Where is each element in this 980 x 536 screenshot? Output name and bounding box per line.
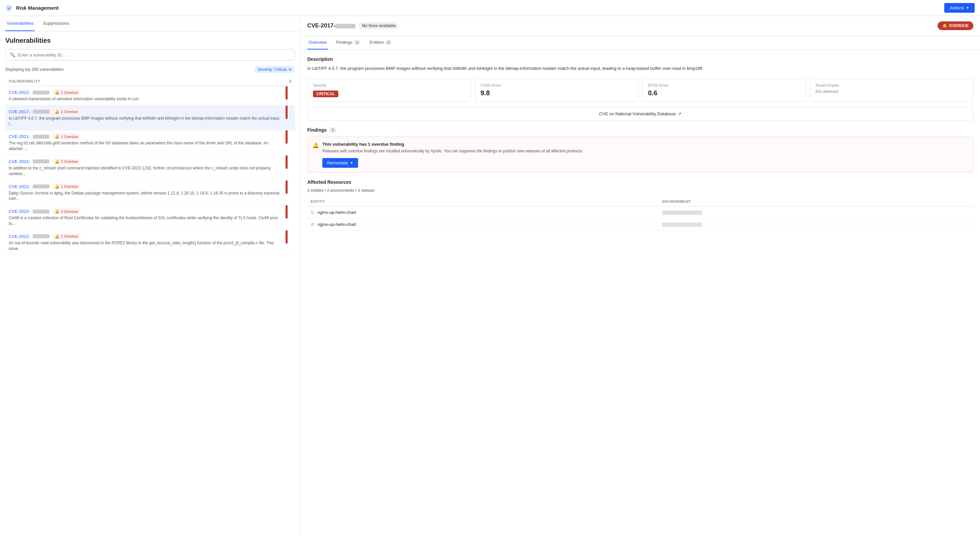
- entity-table: ENTITY ENVIRONMENT ⊙ nginx-up-helm-chart…: [307, 197, 973, 231]
- vuln-id: CVE-2023-: [9, 209, 30, 214]
- severity-bar: [286, 155, 288, 169]
- overdue-icon: 🔔: [55, 134, 59, 139]
- vuln-table: VULNERABILITY S CVE-2022- 🔔 1 Overdue A …: [5, 77, 295, 255]
- search-bar: 🔍: [5, 49, 295, 61]
- shield-icon: [5, 4, 13, 12]
- cve-id-blurred: [335, 24, 355, 29]
- overdue-icon: 🔔: [55, 110, 59, 114]
- critical-badge: CRITICAL: [313, 91, 338, 97]
- page-title: Vulnerabilities: [5, 37, 295, 45]
- no-fix-badge: No fixes available: [359, 22, 399, 29]
- search-input[interactable]: [18, 53, 291, 57]
- table-row[interactable]: CVE-2021- 🔔 1 Overdue The org.h2.util.Jd…: [5, 130, 295, 155]
- remediate-button[interactable]: Remediate ▼: [322, 158, 358, 168]
- table-row[interactable]: CVE-2017- 🔔 2 Overdue In LibTIFF 4.0.7, …: [5, 105, 295, 130]
- affected-title: Affected Resources: [307, 179, 973, 185]
- vuln-id: CVE-2021-: [9, 134, 30, 139]
- findings-badge: 1: [354, 40, 360, 45]
- findings-header: Findings 1: [307, 127, 973, 132]
- severity-bar: [286, 130, 288, 144]
- tab-vulnerabilities[interactable]: Vulnerabilities: [5, 16, 35, 31]
- overdue-text: 2 Overdue: [61, 110, 78, 113]
- overdue-badge: 🔔 2 Overdue: [52, 109, 81, 115]
- overdue-badge: 🔔 1 Overdue: [52, 184, 81, 190]
- vuln-id: CVE-2017-: [9, 109, 30, 114]
- severity-bar: [286, 105, 288, 119]
- overdue-badge: 🔔 1 Overdue: [52, 234, 81, 239]
- vuln-desc: An out-of-bounds read vulnerability was …: [9, 240, 282, 252]
- filter-badge[interactable]: Severity: Critical, H: [254, 66, 295, 73]
- score-cards: Severity CRITICAL CVSS Score 9.8 EPSS Sc…: [307, 79, 973, 102]
- severity-bar: [286, 180, 288, 194]
- table-row[interactable]: CVE-2022- 🔔 1 Overdue In addition to the…: [5, 155, 295, 180]
- app-title: Risk Management: [16, 5, 59, 11]
- tab-entities[interactable]: Entities 2: [368, 36, 393, 49]
- remediate-label: Remediate: [327, 160, 348, 166]
- remediate-caret: ▼: [350, 161, 353, 165]
- environment-value: [662, 223, 702, 227]
- findings-alert-desc: Releases with overdue findings are recal…: [322, 148, 583, 154]
- epss-value: 0.6: [648, 89, 800, 97]
- actions-button[interactable]: Actions ▼: [944, 3, 975, 13]
- overdue-icon: 🔔: [55, 209, 59, 214]
- overdue-badge: 🔔 3 Overdue: [52, 209, 81, 214]
- col-severity: S: [286, 77, 295, 86]
- list-count: Displaying top 200 vulnerabilities: [5, 67, 64, 72]
- description-text: In LibTIFF 4.0.7, the program processes …: [307, 65, 973, 72]
- actions-label: Actions: [950, 5, 964, 10]
- entity-name: nginx-up-helm-chart: [318, 222, 356, 227]
- overdue-text: 1 Overdue: [61, 135, 78, 139]
- left-tabs: Vulnerabilities Suppressions: [0, 16, 300, 32]
- findings-alert-body: This vulnerability has 1 overdue finding…: [322, 142, 583, 168]
- affected-meta: 2 entities • 2 environments • 1 release: [307, 188, 973, 193]
- nav-left: Risk Management: [5, 4, 59, 12]
- nvd-link[interactable]: CVE on National Vulnerability Database ↗: [307, 107, 973, 121]
- overdue-button[interactable]: 🔔 OVERDUE: [937, 21, 973, 30]
- col-vulnerability: VULNERABILITY: [5, 77, 286, 86]
- cve-title: CVE-2017- No fixes available: [307, 22, 399, 29]
- entity-name: nginx-up-helm-chart: [318, 210, 356, 215]
- table-row[interactable]: CVE-2023- 🔔 3 Overdue Certifi is a curat…: [5, 205, 295, 230]
- epss-card: EPSS Score 0.6: [642, 79, 806, 102]
- overdue-label: OVERDUE: [949, 23, 969, 28]
- entity-icon: ⊙: [311, 222, 314, 227]
- severity-bar: [286, 205, 288, 219]
- nvd-link-label: CVE on National Vulnerability Database: [599, 111, 676, 116]
- description-title: Description: [307, 56, 973, 62]
- col-entity: ENTITY: [307, 197, 659, 206]
- table-row[interactable]: CVE-2022- 🔔 1 Overdue Dpkg::Source::Arch…: [5, 180, 295, 205]
- main-layout: Vulnerabilities Suppressions Vulnerabili…: [0, 16, 980, 536]
- left-panel: Vulnerabilities Suppressions Vulnerabili…: [0, 16, 301, 536]
- findings-alert-title: This vulnerability has 1 overdue finding: [322, 142, 583, 147]
- vuln-id: CVE-2022-: [9, 234, 30, 239]
- severity-bar: [286, 230, 288, 244]
- col-environment: ENVIRONMENT: [659, 197, 973, 206]
- right-tabs: Overview Findings 1 Entities 2: [301, 36, 980, 50]
- vuln-id: CVE-2022-: [9, 184, 30, 189]
- vuln-desc: The org.h2.util.JdbcUtils.getConnection …: [9, 140, 282, 152]
- overdue-icon: 🔔: [55, 234, 59, 239]
- tab-overview[interactable]: Overview: [307, 36, 328, 49]
- overdue-text: 1 Overdue: [61, 160, 78, 163]
- cvss-card: CVSS Score 9.8: [475, 79, 639, 102]
- entity-icon: ⊙: [311, 210, 314, 215]
- tab-suppressions[interactable]: Suppressions: [41, 16, 70, 31]
- cve-id: CVE-2017-: [307, 22, 355, 29]
- overdue-badge: 🔔 1 Overdue: [52, 89, 81, 95]
- entity-row: ⊙ nginx-up-helm-chart: [307, 206, 973, 218]
- findings-title: Findings: [307, 127, 327, 132]
- vuln-desc: Certifi is a curated collection of Root …: [9, 215, 282, 227]
- environment-value: [662, 211, 702, 215]
- overdue-badge: 🔔 1 Overdue: [52, 134, 81, 139]
- table-row[interactable]: CVE-2022- 🔔 1 Overdue An out-of-bounds r…: [5, 230, 295, 255]
- tab-findings[interactable]: Findings 1: [335, 36, 361, 49]
- vuln-id: CVE-2022-: [9, 159, 30, 164]
- table-row[interactable]: CVE-2022- 🔔 1 Overdue A cleartext transm…: [5, 86, 295, 105]
- findings-alert: 🔔 This vulnerability has 1 overdue findi…: [307, 137, 973, 173]
- overdue-text: 1 Overdue: [61, 91, 78, 94]
- overdue-text: 3 Overdue: [61, 209, 78, 214]
- alert-bell-icon: 🔔: [312, 142, 319, 148]
- right-header: CVE-2017- No fixes available 🔔 OVERDUE: [301, 16, 980, 36]
- entities-badge: 2: [385, 40, 391, 45]
- findings-count-badge: 1: [329, 127, 336, 132]
